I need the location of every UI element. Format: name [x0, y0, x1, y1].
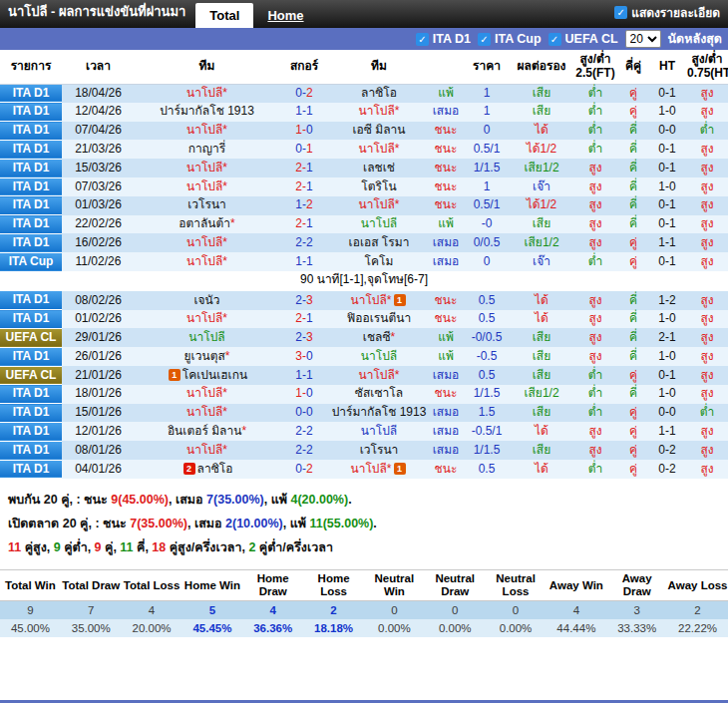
- odd-even-cell: คู่: [618, 460, 648, 479]
- summary-segment: คู่สูง/ครึ่งเวลา,: [166, 540, 248, 554]
- summary-segment: 11: [120, 540, 133, 554]
- score-cell: 1-1: [279, 103, 329, 122]
- team-name: นาโปลี: [186, 161, 222, 175]
- result-cell: ชนะ: [429, 291, 463, 309]
- filter-checkbox-ita-cup[interactable]: ✓ ITA Cup: [478, 32, 542, 46]
- table-row: ITA D101/03/26เวโรนา1-2นาโปลี*ชนะ0.5/1ได…: [0, 196, 728, 215]
- team-name: ยูเวนตุส: [184, 349, 225, 363]
- filter-label-ita-cup: ITA Cup: [495, 32, 542, 46]
- favorite-star: *: [222, 311, 227, 325]
- away-team: นาโปลี*1: [329, 291, 429, 309]
- away-goals: 1: [306, 142, 313, 156]
- league-badge: ITA D1: [0, 385, 62, 404]
- odd-even-cell: คี่: [618, 122, 648, 141]
- ht-score-cell: 0-1: [648, 366, 686, 385]
- summary-segment: คู่ต่ำ,: [61, 540, 95, 554]
- team-name: นาโปลี: [358, 368, 394, 382]
- date-cell: 26/01/26: [62, 347, 135, 366]
- handicap-result-cell: เสีย: [511, 366, 572, 385]
- checkbox-checked-icon[interactable]: ✓: [614, 6, 627, 19]
- result-text: แพ้: [438, 350, 454, 364]
- stats-header: Home Win: [182, 570, 242, 600]
- summary-line-3: 11 คู่สูง, 9 คู่ต่ำ, 9 คู่, 11 คี่, 18 ค…: [8, 537, 720, 557]
- home-team: 1โคเปนเฮเกน: [135, 366, 279, 385]
- away-team: นาโปลี: [329, 422, 429, 441]
- team-name: นาโปลี: [186, 235, 222, 249]
- match-count-select[interactable]: 20: [625, 30, 661, 48]
- league-badge: ITA D1: [0, 233, 62, 252]
- date-cell: 04/01/26: [62, 460, 135, 479]
- home-goals: 2-: [295, 216, 306, 230]
- league-badge: ITA D1: [0, 177, 62, 196]
- league-badge: ITA D1: [0, 310, 62, 329]
- handicap-result-cell: เสีย: [511, 103, 572, 122]
- home-team: นาโปลี*: [135, 404, 279, 423]
- penalty-note-row: 90 นาที[1-1],จุดโทษ[6-7]: [0, 271, 728, 291]
- tab-total[interactable]: Total: [195, 3, 253, 28]
- stats-header: Home Loss: [303, 570, 364, 600]
- summary-segment: .: [348, 493, 351, 507]
- filter-checkbox-uefa-cl[interactable]: ✓ UEFA CL: [548, 32, 618, 46]
- table-row: UEFA CL21/01/261โคเปนเฮเกน1-1นาโปลี*เสมอ…: [0, 366, 728, 385]
- date-cell: 01/03/26: [62, 196, 135, 215]
- price-cell: 1.5: [463, 404, 511, 423]
- filter-checkbox-ita-d1[interactable]: ✓ ITA D1: [416, 32, 471, 46]
- home-goals: 1-: [295, 197, 306, 211]
- result-cell: เสมอ: [429, 422, 463, 441]
- table-row: UEFA CL29/01/26นาโปลี2-3เชลซี*แพ้-0/0.5เ…: [0, 328, 728, 347]
- team-name: นาโปลี: [186, 386, 222, 400]
- col-header-home-team: ทีม: [135, 50, 279, 84]
- away-team: ซัสเซาโล: [329, 385, 429, 404]
- score-cell: 2-2: [279, 233, 329, 252]
- checkbox-checked-icon[interactable]: ✓: [548, 33, 561, 46]
- result-text: เสมอ: [433, 105, 460, 119]
- odd-even-cell: คี่: [618, 140, 648, 159]
- table-row: ITA D115/01/26นาโปลี*0-0ปาร์มากัลโช 1913…: [0, 404, 728, 423]
- team-name: เลชเช่: [363, 161, 395, 175]
- over-under-ft-cell: สูง: [572, 215, 618, 234]
- away-goals: 1: [306, 368, 313, 382]
- ht-score-cell: 1-0: [648, 347, 686, 366]
- odd-even-cell: คู่: [618, 252, 648, 271]
- stats-percent: 44.44%: [546, 619, 606, 637]
- stats-value: 4: [122, 600, 182, 619]
- ht-score-cell: 0-1: [648, 252, 686, 271]
- table-row: ITA D122/02/26อตาลันต้า*2-1นาโปลีแพ้-0เส…: [0, 215, 728, 234]
- result-text: เสมอ: [433, 236, 460, 250]
- home-team: นาโปลี*: [135, 233, 279, 252]
- stats-header: Home Draw: [242, 570, 303, 600]
- page-title: นาโปลี - ผลการแข่งขันที่ผ่านมา: [0, 1, 195, 28]
- home-goals: 2-: [295, 424, 306, 438]
- league-badge: ITA D1: [0, 103, 62, 122]
- ht-score-cell: 0-1: [648, 84, 686, 103]
- score-cell: 0-1: [279, 140, 329, 159]
- checkbox-checked-icon[interactable]: ✓: [416, 33, 429, 46]
- price-cell: -0.5: [463, 347, 511, 366]
- home-goals: 0-: [295, 405, 306, 419]
- handicap-result-cell: ได้: [511, 460, 572, 479]
- summary-segment: 9(45.00%): [111, 493, 169, 507]
- handicap-result-cell: ได้1/2: [511, 140, 572, 159]
- handicap-result-cell: เสีย1/2: [511, 233, 572, 252]
- tab-home[interactable]: Home: [253, 3, 317, 28]
- home-goals: 2-: [295, 179, 306, 193]
- away-goals: 1: [306, 254, 313, 268]
- home-goals: 0-: [295, 142, 306, 156]
- home-team: อตาลันต้า*: [135, 215, 279, 234]
- red-card-icon: 1: [169, 369, 181, 381]
- away-team: เอเอส โรมา: [329, 233, 429, 252]
- favorite-star: *: [241, 424, 246, 438]
- favorite-star: *: [222, 405, 227, 419]
- red-card-icon: 2: [183, 463, 195, 475]
- checkbox-checked-icon[interactable]: ✓: [478, 33, 491, 46]
- score-cell: 0-2: [279, 460, 329, 479]
- home-team: กาญารี่: [135, 140, 279, 159]
- favorite-star: *: [391, 330, 396, 344]
- stats-header: Total Draw: [61, 570, 122, 600]
- over-under-ft-cell: สูง: [572, 347, 618, 366]
- over-under-ht-cell: สูง: [686, 177, 728, 196]
- summary-segment: , เสมอ: [169, 493, 206, 507]
- show-details-toggle[interactable]: ✓ แสดงรายละเอียด: [606, 3, 728, 28]
- handicap-result-cell: เสีย: [511, 84, 572, 103]
- summary-line-1: พบกัน 20 คู่, : ชนะ 9(45.00%), เสมอ 7(35…: [8, 490, 720, 510]
